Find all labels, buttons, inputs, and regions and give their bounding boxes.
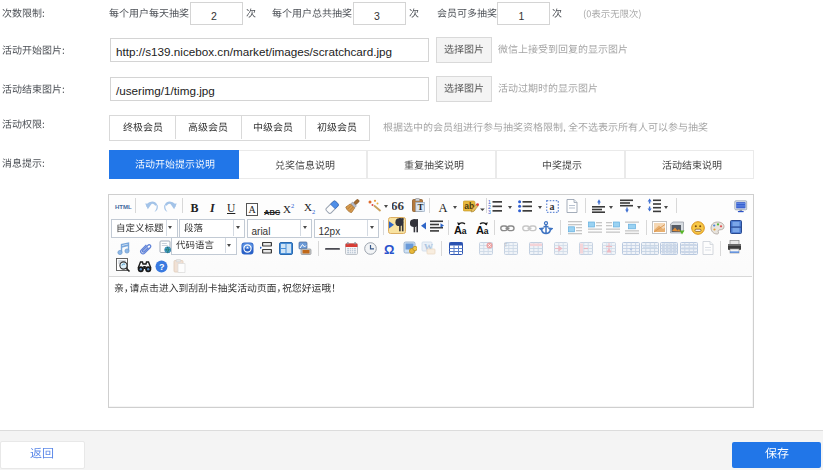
svg-text:Ω: Ω: [384, 242, 394, 255]
svg-text:a: a: [461, 226, 466, 235]
svg-text:3: 3: [488, 208, 491, 214]
svg-text:a: a: [550, 201, 555, 212]
svg-text:a: a: [483, 226, 488, 235]
svg-text:?: ?: [159, 261, 165, 271]
svg-text:A: A: [476, 224, 484, 235]
svg-text:T: T: [504, 242, 508, 248]
svg-text:66: 66: [392, 200, 405, 211]
svg-text:A: A: [454, 224, 462, 235]
svg-text:T: T: [418, 202, 424, 212]
